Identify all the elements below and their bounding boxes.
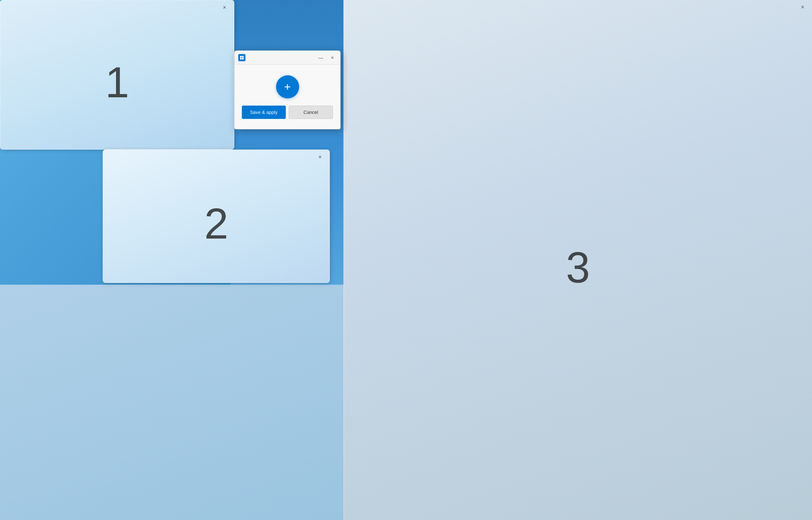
dialog-app-icon [238, 54, 245, 61]
window-2: × 2 [103, 150, 330, 283]
dialog-close-button[interactable]: × [328, 53, 337, 62]
dialog-actions: Save & apply Cancel [242, 106, 333, 122]
svg-rect-2 [240, 58, 242, 59]
window-2-close-button[interactable]: × [315, 152, 325, 162]
dialog: — × + Save & apply Cancel [234, 50, 341, 129]
window-2-number: 2 [204, 199, 228, 248]
window-1-close-button[interactable]: × [219, 3, 230, 13]
dialog-titlebar: — × [235, 51, 340, 65]
window-1-content: 1 [0, 15, 234, 149]
window-3-titlebar: × [344, 0, 812, 14]
window-1: × 1 [0, 0, 234, 150]
add-button[interactable]: + [276, 75, 299, 98]
window-3-close-button[interactable]: × [798, 2, 808, 12]
save-apply-button[interactable]: Save & apply [242, 106, 286, 119]
dialog-app-icon-svg [240, 55, 244, 60]
window-1-titlebar: × [0, 0, 234, 15]
svg-rect-3 [242, 58, 244, 59]
dialog-body: + Save & apply Cancel [235, 65, 340, 129]
window-2-content: 2 [103, 164, 329, 283]
svg-rect-1 [242, 56, 244, 58]
dialog-minimize-button[interactable]: — [316, 53, 325, 62]
window-2-titlebar: × [103, 150, 329, 164]
window-3-content: 3 [344, 14, 812, 520]
svg-rect-0 [240, 56, 242, 58]
window-3-number: 3 [566, 243, 590, 292]
window-3: × 3 [343, 0, 812, 520]
plus-icon: + [284, 81, 291, 93]
light-bottom-panel [0, 285, 346, 520]
cancel-button[interactable]: Cancel [289, 106, 333, 119]
window-1-number: 1 [105, 57, 129, 107]
